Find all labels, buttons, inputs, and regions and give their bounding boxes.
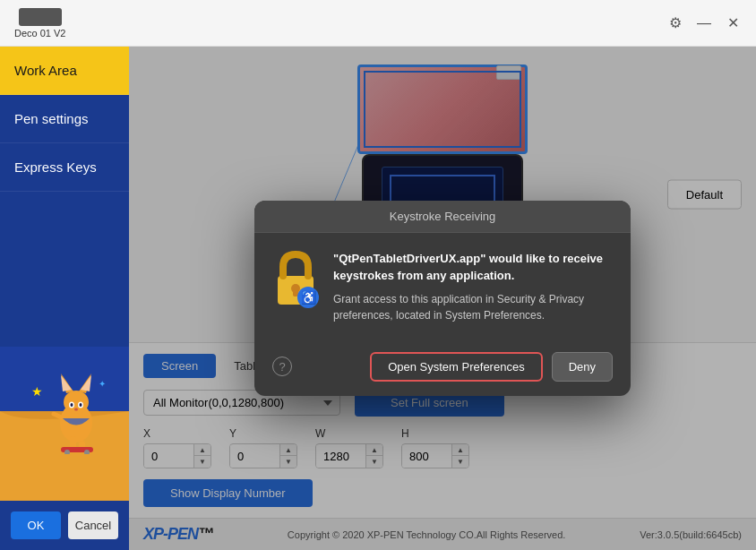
title-bar: Deco 01 V2 ⚙ — ✕ xyxy=(0,0,756,47)
svg-marker-6 xyxy=(81,375,91,391)
mascot-svg: ★ ✦ xyxy=(0,347,129,454)
modal-main-text: "QtPenTabletDriverUX.app" would like to … xyxy=(333,251,613,283)
svg-point-11 xyxy=(74,408,78,410)
sidebar-spacer xyxy=(0,192,129,347)
svg-point-9 xyxy=(71,403,73,407)
svg-marker-4 xyxy=(61,375,72,391)
close-icon[interactable]: ✕ xyxy=(724,14,742,32)
modal-footer: ? Open System Preferences Deny xyxy=(254,341,631,396)
lock-icon: ♿ xyxy=(272,251,319,308)
main-layout: Work Area Pen settings Express Keys xyxy=(0,47,756,550)
open-system-prefs-button[interactable]: Open System Preferences xyxy=(370,352,542,382)
svg-text:✦: ✦ xyxy=(99,379,106,389)
settings-icon[interactable]: ⚙ xyxy=(666,14,684,32)
sidebar-item-express-keys[interactable]: Express Keys xyxy=(0,143,129,192)
sidebar-action-buttons: OK Cancel xyxy=(0,501,129,550)
sidebar-item-pen-settings[interactable]: Pen settings xyxy=(0,95,129,143)
device-name: Deco 01 V2 xyxy=(14,28,65,39)
title-bar-controls: ⚙ — ✕ xyxy=(666,14,742,32)
svg-rect-24 xyxy=(293,289,298,296)
minimize-icon[interactable]: — xyxy=(695,14,713,32)
svg-text:★: ★ xyxy=(31,384,43,399)
svg-text:♿: ♿ xyxy=(301,290,317,305)
svg-point-10 xyxy=(80,403,82,407)
device-icon xyxy=(19,8,62,26)
modal-text-area: "QtPenTabletDriverUX.app" would like to … xyxy=(333,251,613,322)
modal-help-icon[interactable]: ? xyxy=(272,357,292,376)
modal-icon-area: ♿ xyxy=(272,251,319,322)
modal-actions: Open System Preferences Deny xyxy=(370,352,613,382)
modal-sub-text: Grant access to this application in Secu… xyxy=(333,291,613,323)
ok-button[interactable]: OK xyxy=(11,511,61,539)
mascot-area: ★ ✦ xyxy=(0,347,129,502)
modal-title: Keystroke Receiving xyxy=(390,210,496,223)
content-area: Default Screen Tablet/Display All Monito… xyxy=(129,47,756,550)
modal-body: ♿ "QtPenTabletDriverUX.app" would like t… xyxy=(254,233,631,340)
keystroke-modal: Keystroke Receiving xyxy=(254,201,631,395)
sidebar: Work Area Pen settings Express Keys xyxy=(0,47,129,550)
modal-title-bar: Keystroke Receiving xyxy=(254,201,631,233)
modal-overlay: Keystroke Receiving xyxy=(129,47,756,550)
cancel-button[interactable]: Cancel xyxy=(68,511,118,539)
sidebar-item-work-area[interactable]: Work Area xyxy=(0,47,129,95)
title-bar-left: Deco 01 V2 xyxy=(14,8,65,39)
main-window: Deco 01 V2 ⚙ — ✕ Work Area Pen settings … xyxy=(0,0,756,550)
deny-button[interactable]: Deny xyxy=(552,352,613,382)
